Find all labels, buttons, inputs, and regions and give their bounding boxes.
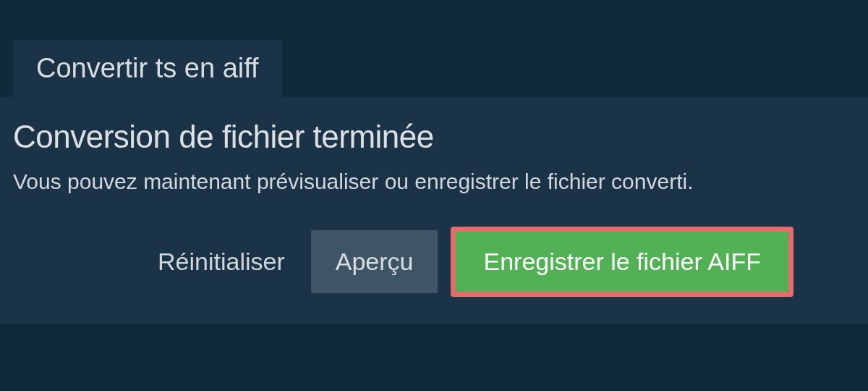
tab-bar: Convertir ts en aiff xyxy=(0,0,868,97)
completion-heading: Conversion de fichier terminée xyxy=(13,119,855,155)
save-button[interactable]: Enregistrer le fichier AIFF xyxy=(456,232,788,292)
main-container: Convertir ts en aiff Conversion de fichi… xyxy=(0,0,868,324)
tab-convert[interactable]: Convertir ts en aiff xyxy=(13,40,282,97)
tab-label: Convertir ts en aiff xyxy=(36,53,259,83)
content-panel: Conversion de fichier terminée Vous pouv… xyxy=(0,97,868,324)
completion-subtext: Vous pouvez maintenant prévisualiser ou … xyxy=(13,169,855,194)
save-button-highlight: Enregistrer le fichier AIFF xyxy=(451,227,793,297)
action-button-row: Réinitialiser Aperçu Enregistrer le fich… xyxy=(13,227,855,297)
reset-link[interactable]: Réinitialiser xyxy=(158,248,285,276)
preview-button[interactable]: Aperçu xyxy=(311,230,438,293)
